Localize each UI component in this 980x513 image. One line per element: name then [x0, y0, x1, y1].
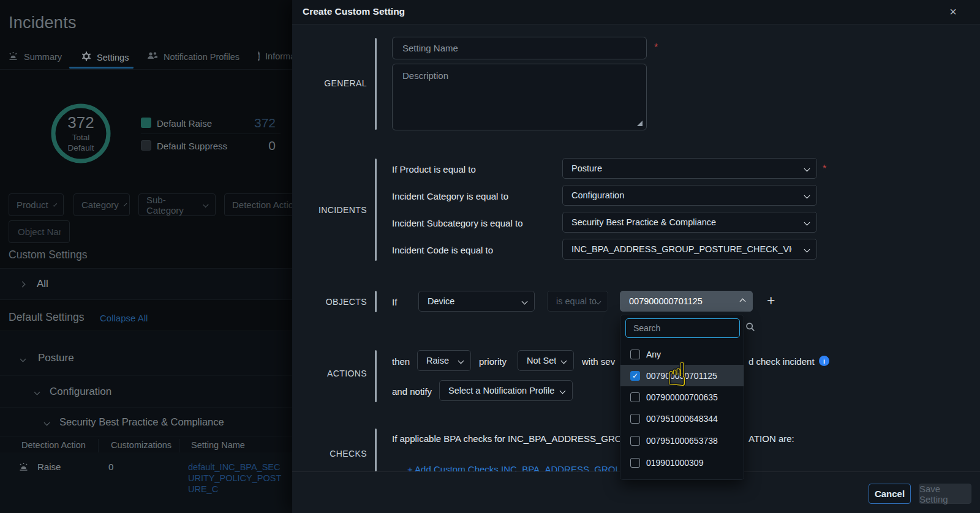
actions-then-label: then: [392, 356, 410, 367]
chevron-down-icon: [561, 358, 567, 364]
object-operator-select: is equal to: [547, 291, 608, 312]
search-icon: [745, 322, 755, 334]
checkbox-checked[interactable]: ✓: [630, 371, 640, 381]
object-type-select[interactable]: Device: [418, 291, 535, 312]
add-object-button[interactable]: +: [767, 294, 775, 307]
incident-subcategory-select-value: Security Best Practice & Compliance: [571, 217, 716, 227]
add-custom-checks-link[interactable]: + Add Custom Checks INC_BPA_ADDRESS_GROU…: [407, 463, 622, 471]
checkbox-unchecked[interactable]: [630, 392, 640, 402]
chevron-down-icon: [804, 246, 810, 252]
product-select[interactable]: Posture: [562, 158, 817, 179]
screen: Incidents Summary Settings Notification …: [0, 0, 980, 513]
chevron-down-icon: [804, 165, 810, 171]
required-marker: *: [654, 42, 658, 53]
objects-if-label: If: [392, 297, 397, 307]
priority-select[interactable]: Not Set: [518, 350, 574, 371]
info-icon[interactable]: i: [819, 356, 829, 366]
section-bar-incidents: [375, 159, 377, 261]
action-select-value: Raise: [426, 356, 449, 365]
modal-title: Create Custom Setting: [303, 6, 405, 17]
section-bar-objects: [375, 291, 377, 312]
chevron-down-icon: [804, 219, 810, 225]
object-value-dropdown: Any ✓ 007900000701125 007900000700635 00…: [620, 315, 744, 480]
chevron-down-icon: [458, 358, 464, 364]
chevron-down-icon: [560, 388, 566, 394]
required-marker: *: [823, 163, 826, 174]
priority-select-value: Not Set: [527, 356, 556, 365]
setting-name-input[interactable]: [392, 37, 647, 59]
checkbox-unchecked[interactable]: [630, 414, 640, 424]
checks-text-right: ATION are:: [748, 433, 794, 444]
description-textarea[interactable]: [392, 64, 647, 130]
incident-code-select-value: INC_BPA_ADDRESS_GROUP_POSTURE_CHECK_VIOL…: [571, 244, 792, 254]
incidents-row-label-code: Incident Code is equal to: [392, 245, 493, 255]
dropdown-search-input[interactable]: [632, 323, 745, 334]
dropdown-item-label: 007951000653738: [646, 436, 718, 446]
chevron-down-icon: [522, 298, 528, 304]
actions-severity-text-left: with sev: [582, 356, 615, 367]
section-bar-general: [375, 38, 377, 130]
section-label-actions: ACTIONS: [301, 369, 367, 378]
product-select-value: Posture: [571, 163, 602, 173]
dropdown-item-007951000648344[interactable]: 007951000648344: [620, 408, 744, 429]
incidents-row-label-product: If Product is equal to: [392, 164, 476, 174]
chevron-down-icon: [804, 192, 810, 198]
object-value-select[interactable]: 007900000701125: [620, 291, 753, 312]
incidents-row-label-subcategory: Incident Subcategory is equal to: [392, 218, 522, 228]
modal-header: Create Custom Setting ×: [292, 0, 980, 24]
incident-subcategory-select[interactable]: Security Best Practice & Compliance: [562, 212, 817, 233]
dropdown-search[interactable]: [625, 318, 740, 338]
notification-profile-select[interactable]: Select a Notification Profile: [439, 380, 573, 401]
dropdown-item-label: 019901000309: [646, 458, 703, 468]
actions-severity-text-right: d check incident: [748, 356, 815, 367]
cancel-button[interactable]: Cancel: [869, 484, 911, 504]
action-select[interactable]: Raise: [417, 350, 471, 371]
incident-category-select-value: Configuration: [571, 190, 624, 200]
dropdown-item-label: 007951000648344: [646, 414, 718, 424]
section-label-objects: OBJECTS: [301, 297, 367, 307]
actions-priority-label: priority: [479, 356, 507, 367]
create-custom-setting-modal: Create Custom Setting × GENERAL * INCIDE…: [292, 0, 980, 513]
object-operator-value: is equal to: [556, 296, 596, 306]
dropdown-item-label: Any: [646, 350, 661, 359]
notification-profile-select-value: Select a Notification Profile: [448, 386, 554, 395]
incidents-row-label-category: Incident Category is equal to: [392, 191, 508, 201]
section-label-incidents: INCIDENTS: [301, 205, 367, 215]
object-type-select-value: Device: [428, 296, 454, 306]
checkbox-unchecked[interactable]: [630, 350, 640, 359]
checkbox-unchecked[interactable]: [630, 458, 640, 468]
section-label-general: GENERAL: [301, 78, 367, 88]
section-bar-actions: [375, 350, 377, 402]
chevron-down-icon: [595, 298, 601, 304]
incident-category-select[interactable]: Configuration: [562, 185, 817, 206]
dropdown-item-007951000653738[interactable]: 007951000653738: [620, 430, 744, 451]
checkbox-unchecked[interactable]: [630, 436, 640, 446]
close-icon[interactable]: ×: [949, 5, 957, 19]
section-label-checks: CHECKS: [301, 449, 367, 459]
object-value-select-value: 007900000701125: [629, 296, 703, 306]
cursor-pointer: ☝: [667, 355, 687, 394]
checks-text-left: If applicable BPA checks for INC_BPA_ADD…: [392, 433, 622, 444]
save-setting-button[interactable]: Save Setting: [919, 484, 971, 504]
incident-code-select[interactable]: INC_BPA_ADDRESS_GROUP_POSTURE_CHECK_VIOL…: [562, 239, 817, 260]
dropdown-item-019901000309[interactable]: 019901000309: [620, 452, 744, 473]
resize-handle[interactable]: [637, 121, 643, 126]
section-bar-checks: [375, 429, 377, 471]
chevron-up-icon: [740, 298, 746, 304]
actions-notify-label: and notify: [392, 386, 432, 397]
